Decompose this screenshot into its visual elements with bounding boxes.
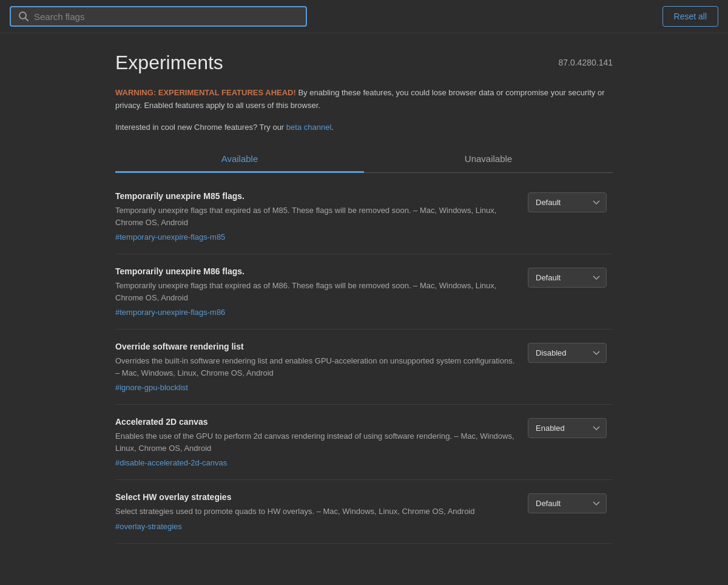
flag-title: Override software rendering list	[115, 342, 516, 351]
flag-select[interactable]: Default Enabled Disabled	[528, 268, 607, 288]
tab-unavailable[interactable]: Unavailable	[364, 146, 613, 173]
flag-desc: Overrides the built-in software renderin…	[115, 355, 516, 379]
flag-title: Temporarily unexpire M85 flags.	[115, 191, 516, 201]
flag-link[interactable]: #temporary-unexpire-flags-m85	[115, 232, 225, 242]
flag-info: Temporarily unexpire M86 flags. Temporar…	[115, 266, 516, 317]
interest-period: .	[331, 123, 334, 132]
flag-select[interactable]: Default Enabled Disabled	[528, 418, 607, 438]
search-input[interactable]	[34, 12, 298, 22]
warning-text-red: WARNING: EXPERIMENTAL FEATURES AHEAD!	[115, 88, 296, 97]
flag-item: Override software rendering list Overrid…	[115, 330, 613, 405]
tabs: Available Unavailable	[115, 146, 613, 173]
flag-item: Temporarily unexpire M85 flags. Temporar…	[115, 179, 613, 254]
main-content: Experiments 87.0.4280.141 WARNING: EXPER…	[103, 33, 625, 562]
flag-info: Select HW overlay strategies Select stra…	[115, 492, 516, 531]
flag-control: Default Enabled Disabled	[528, 342, 613, 363]
page-title: Experiments	[115, 52, 223, 74]
flag-control: Default Enabled Disabled	[528, 417, 613, 438]
flag-info: Accelerated 2D canvas Enables the use of…	[115, 417, 516, 467]
version-label: 87.0.4280.141	[558, 58, 613, 67]
flag-info: Override software rendering list Overrid…	[115, 342, 516, 392]
flag-item: Select HW overlay strategies Select stra…	[115, 480, 613, 544]
flag-info: Temporarily unexpire M85 flags. Temporar…	[115, 191, 516, 242]
interest-text: Interested in cool new Chrome features? …	[115, 123, 613, 132]
flag-item: Accelerated 2D canvas Enables the use of…	[115, 405, 613, 480]
flag-item: Temporarily unexpire M86 flags. Temporar…	[115, 254, 613, 330]
flag-desc: Enables the use of the GPU to perform 2d…	[115, 430, 516, 454]
page-header: Experiments 87.0.4280.141	[115, 52, 613, 74]
interest-text-prefix: Interested in cool new Chrome features? …	[115, 123, 286, 132]
flag-link[interactable]: #disable-accelerated-2d-canvas	[115, 458, 227, 467]
flag-control: Default Enabled Disabled	[528, 266, 613, 288]
flag-title: Select HW overlay strategies	[115, 492, 516, 502]
reset-all-button[interactable]: Reset all	[662, 6, 718, 27]
flag-title: Temporarily unexpire M86 flags.	[115, 266, 516, 276]
tab-available[interactable]: Available	[115, 146, 364, 173]
warning-box: WARNING: EXPERIMENTAL FEATURES AHEAD! By…	[115, 86, 613, 112]
flag-control: Default Enabled Disabled	[528, 492, 613, 513]
search-container	[10, 6, 307, 27]
flag-desc: Temporarily unexpire flags that expired …	[115, 280, 516, 303]
warning-paragraph: WARNING: EXPERIMENTAL FEATURES AHEAD! By…	[115, 86, 613, 112]
flag-link[interactable]: #temporary-unexpire-flags-m86	[115, 308, 225, 317]
svg-line-1	[25, 18, 29, 21]
flag-desc: Temporarily unexpire flags that expired …	[115, 205, 516, 228]
flag-select[interactable]: Default Enabled Disabled	[528, 493, 607, 513]
flag-select[interactable]: Default Enabled Disabled	[528, 343, 607, 363]
beta-channel-link[interactable]: beta channel	[286, 123, 331, 132]
flag-select[interactable]: Default Enabled Disabled	[528, 192, 607, 212]
flag-link[interactable]: #ignore-gpu-blocklist	[115, 383, 188, 392]
flags-list: Temporarily unexpire M85 flags. Temporar…	[115, 179, 613, 544]
search-icon	[18, 11, 29, 22]
top-bar: Reset all	[0, 0, 728, 33]
flag-control: Default Enabled Disabled	[528, 191, 613, 212]
flag-title: Accelerated 2D canvas	[115, 417, 516, 427]
flag-link[interactable]: #overlay-strategies	[115, 522, 182, 531]
flag-desc: Select strategies used to promote quads …	[115, 506, 516, 518]
